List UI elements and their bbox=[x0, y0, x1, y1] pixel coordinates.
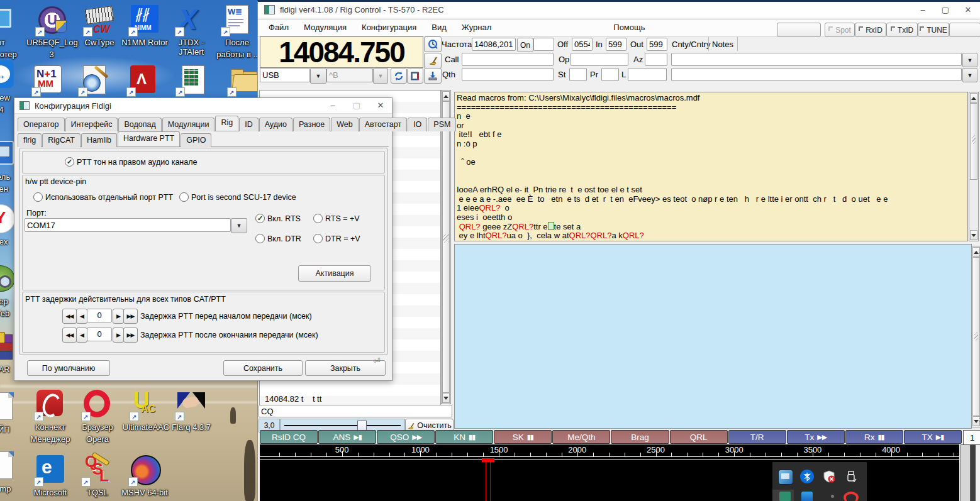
tx-scrollbar[interactable] bbox=[971, 246, 980, 427]
scroll-up-icon[interactable] bbox=[972, 247, 980, 257]
desktop-icon-posle-raboty[interactable]: W≣↗Послеработы в .. bbox=[215, 5, 259, 59]
spin2-last-button[interactable]: ▶▶ bbox=[123, 328, 138, 343]
activate-button[interactable]: Активация bbox=[298, 265, 371, 282]
rx-scrollbar[interactable] bbox=[969, 92, 979, 241]
txid-toggle[interactable]: TxID bbox=[886, 23, 918, 37]
spin1-up-button[interactable]: ▶ bbox=[113, 309, 124, 324]
az-field[interactable] bbox=[645, 53, 667, 66]
spin2-up-button[interactable]: ▶ bbox=[113, 328, 124, 343]
spin2-down-button[interactable]: ◀ bbox=[76, 328, 87, 343]
macro-set-number[interactable]: 1 bbox=[963, 430, 980, 445]
tab-hardware-ptt[interactable]: Hardware PTT bbox=[118, 131, 180, 146]
scroll-down-icon[interactable] bbox=[970, 230, 977, 240]
frequency-display[interactable]: 14084.750 bbox=[260, 36, 423, 68]
country-combo-arrow[interactable]: ▼ bbox=[962, 53, 977, 67]
desktop-icon-flarq[interactable]: ↗Flarq 4.3.7 bbox=[167, 390, 215, 432]
op-field[interactable] bbox=[571, 53, 628, 66]
menu-item-модуляция[interactable]: Модуляция bbox=[296, 20, 354, 35]
save-button[interactable]: Сохранить bbox=[223, 360, 303, 376]
mode-select-arrow[interactable]: ▼ bbox=[310, 68, 326, 84]
tray-partial-icon[interactable] bbox=[779, 492, 791, 501]
macro-button-rx[interactable]: Rx▮▮ bbox=[845, 430, 903, 444]
tab-id[interactable]: ID bbox=[239, 118, 259, 131]
toolbar-blank-button[interactable] bbox=[949, 23, 980, 37]
waterfall-right-slider[interactable] bbox=[961, 444, 971, 501]
network-app-icon[interactable] bbox=[778, 470, 793, 485]
desktop-icon-connect-manager[interactable]: ↗КоннектМенеджер bbox=[25, 390, 75, 444]
scroll-up-icon[interactable] bbox=[970, 93, 977, 103]
spin1-value[interactable]: 0 bbox=[87, 309, 112, 322]
cq-search-input[interactable] bbox=[259, 405, 452, 417]
fldigi-titlebar[interactable]: fldigi ver4.1.08 / Rig Control - TS-570 … bbox=[258, 2, 980, 18]
save-qso-button[interactable] bbox=[424, 68, 442, 84]
pr-field[interactable] bbox=[601, 68, 619, 81]
dtr-plusv-checkbox[interactable]: DTR = +V bbox=[313, 234, 360, 243]
scu17-checkbox[interactable]: Port is second SCU-17 device bbox=[179, 192, 296, 202]
qrz-lookup-button[interactable] bbox=[424, 36, 442, 52]
minimize-button[interactable]: – bbox=[918, 5, 928, 15]
ptt-tone-checkbox[interactable]: ✓ PTT тон на правом аудио канале bbox=[65, 157, 197, 167]
defender-icon[interactable] bbox=[822, 470, 836, 483]
spot-toggle[interactable]: Spot bbox=[825, 23, 855, 37]
waterfall-cursor[interactable] bbox=[482, 458, 494, 462]
tab-аудио[interactable]: Аудио bbox=[259, 118, 292, 131]
tab-разное[interactable]: Разное bbox=[293, 118, 330, 131]
logbook-button[interactable] bbox=[407, 68, 423, 84]
tab-hamlib[interactable]: Hamlib bbox=[81, 133, 117, 147]
scroll-down-icon[interactable] bbox=[972, 416, 980, 426]
port-combo-arrow[interactable]: ▼ bbox=[231, 218, 247, 233]
freq-field[interactable] bbox=[472, 38, 516, 51]
tab-автостарт[interactable]: Автостарт bbox=[359, 118, 407, 131]
menu-item-файл[interactable]: Файл bbox=[261, 20, 296, 35]
tab-psm[interactable]: PSM bbox=[428, 118, 456, 131]
menu-item-помощь[interactable]: Помощь bbox=[606, 20, 652, 35]
maximize-button[interactable]: ▢ bbox=[940, 5, 950, 15]
desktop-icon-ur5eqf-log[interactable]: U↗UR5EQF_Log3 bbox=[26, 5, 77, 59]
dialog-titlebar[interactable]: Конфигурация Fldigi – ▢ ✕ bbox=[14, 98, 392, 114]
desktop-icon-n1mm-plus[interactable]: N+1MM↗ bbox=[33, 65, 63, 96]
toolbar-blank-button[interactable] bbox=[777, 23, 821, 37]
spin2-first-button[interactable]: ◀◀ bbox=[62, 328, 77, 343]
off-time-field[interactable] bbox=[572, 38, 593, 51]
tab-rigcat[interactable]: RigCAT bbox=[42, 133, 81, 147]
spin2-value[interactable]: 0 bbox=[87, 328, 112, 341]
port-combo[interactable] bbox=[25, 218, 231, 232]
rx-text-area[interactable]: Read macros from: C:\Users\Mixalyc\fldig… bbox=[454, 92, 968, 241]
desktop-icon-cwtype[interactable]: CW↗CwType bbox=[74, 5, 125, 47]
tab-io[interactable]: IO bbox=[408, 118, 427, 131]
menu-item-журнал[interactable]: Журнал bbox=[454, 20, 499, 35]
spin1-first-button[interactable]: ◀◀ bbox=[62, 309, 77, 324]
qth-field[interactable] bbox=[462, 68, 554, 81]
rst-out-field[interactable] bbox=[647, 38, 667, 51]
sync-button[interactable] bbox=[391, 68, 407, 84]
dialog-minimize-button[interactable]: – bbox=[328, 101, 338, 111]
rst-in-field[interactable] bbox=[606, 38, 626, 51]
on-time-field[interactable] bbox=[533, 38, 554, 51]
usb-icon[interactable] bbox=[844, 470, 858, 483]
notes-combo-arrow[interactable]: ▼ bbox=[962, 68, 977, 82]
tab-оператор[interactable]: Оператор bbox=[18, 118, 65, 131]
tab-водопад[interactable]: Водопад bbox=[118, 118, 161, 131]
mode-select[interactable]: USB bbox=[260, 68, 310, 82]
signal-browser-row[interactable]: 14084.82 t t tt bbox=[265, 394, 321, 404]
desktop-icon-folder[interactable]: ↗ bbox=[228, 65, 259, 96]
macro-button-ans[interactable]: ANS▶▮ bbox=[318, 430, 376, 444]
desktop-icon-tqsl[interactable]: QSL↗TQSL bbox=[74, 455, 121, 497]
call-field[interactable] bbox=[462, 53, 554, 66]
macro-button-rsid-cq[interactable]: RsID CQ bbox=[260, 430, 318, 444]
browser-scrollbar[interactable] bbox=[441, 90, 451, 404]
macro-button-qso[interactable]: QSO▶▶ bbox=[377, 430, 435, 444]
menu-item-конфигурация[interactable]: Конфигурация bbox=[354, 20, 424, 35]
spin1-down-button[interactable]: ◀ bbox=[76, 309, 87, 324]
desktop-icon-y-tmp[interactable]: y.tmp bbox=[0, 451, 19, 493]
menu-item-вид[interactable]: Вид bbox=[424, 20, 454, 35]
macro-button-kn[interactable]: KN▮▮ bbox=[435, 430, 493, 444]
dialog-close-button[interactable]: ✕ bbox=[376, 101, 386, 111]
macro-button-qrl[interactable]: QRL bbox=[670, 430, 728, 444]
macro-button-t-r[interactable]: T/R bbox=[728, 430, 786, 444]
desktop-icon-ultimateaac[interactable]: UAC↗UltimateAAC bbox=[120, 390, 172, 432]
desktop-icon-mshv[interactable]: ↗MSHV 64-bit bbox=[114, 455, 175, 497]
rts-enable-checkbox[interactable]: ✓ Вкл. RTS bbox=[255, 214, 301, 223]
scroll-down-icon[interactable] bbox=[442, 393, 450, 403]
tray-partial-icon[interactable] bbox=[844, 492, 859, 501]
